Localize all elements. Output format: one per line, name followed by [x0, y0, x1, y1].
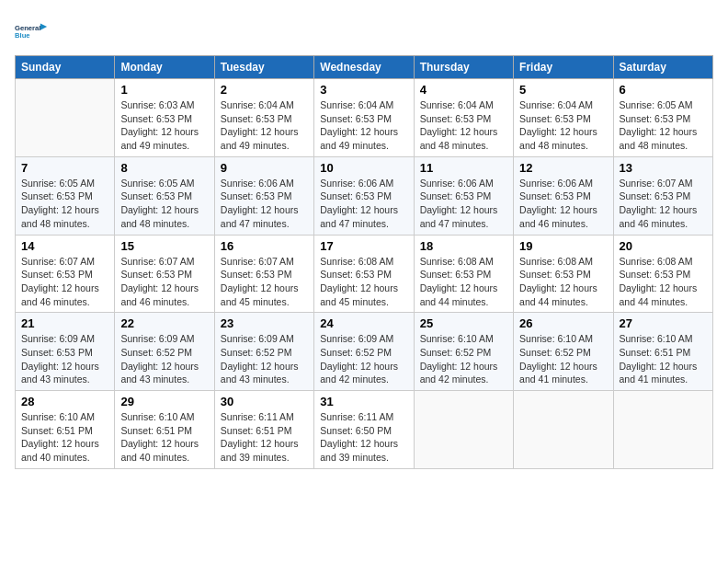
- day-number: 18: [420, 239, 507, 253]
- header-day: Wednesday: [314, 56, 414, 79]
- cell-info: Sunrise: 6:04 AM Sunset: 6:53 PM Dayligh…: [420, 98, 507, 153]
- day-number: 4: [420, 83, 507, 97]
- calendar-cell: 15Sunrise: 6:07 AM Sunset: 6:53 PM Dayli…: [115, 235, 214, 313]
- cell-info: Sunrise: 6:05 AM Sunset: 6:53 PM Dayligh…: [21, 177, 108, 231]
- day-number: 5: [519, 83, 607, 97]
- calendar-cell: [514, 391, 613, 469]
- day-number: 7: [21, 161, 108, 175]
- day-number: 20: [620, 239, 707, 253]
- header-day: Friday: [514, 56, 613, 79]
- cell-info: Sunrise: 6:10 AM Sunset: 6:51 PM Dayligh…: [620, 332, 707, 386]
- calendar-cell: 17Sunrise: 6:08 AM Sunset: 6:53 PM Dayli…: [314, 235, 414, 313]
- calendar-week-row: 21Sunrise: 6:09 AM Sunset: 6:53 PM Dayli…: [16, 313, 713, 391]
- header-day: Thursday: [414, 56, 513, 79]
- cell-info: Sunrise: 6:08 AM Sunset: 6:53 PM Dayligh…: [320, 255, 407, 309]
- header-day: Monday: [115, 56, 214, 79]
- header-day: Saturday: [613, 56, 712, 79]
- calendar-cell: 7Sunrise: 6:05 AM Sunset: 6:53 PM Daylig…: [16, 156, 115, 235]
- cell-info: Sunrise: 6:11 AM Sunset: 6:51 PM Dayligh…: [221, 410, 308, 465]
- cell-info: Sunrise: 6:07 AM Sunset: 6:53 PM Dayligh…: [120, 255, 208, 309]
- day-number: 30: [221, 395, 308, 408]
- calendar-cell: 2Sunrise: 6:04 AM Sunset: 6:53 PM Daylig…: [214, 79, 313, 157]
- calendar-cell: 3Sunrise: 6:04 AM Sunset: 6:53 PM Daylig…: [314, 79, 414, 157]
- day-number: 16: [221, 239, 308, 253]
- header-day: Sunday: [16, 56, 115, 79]
- cell-info: Sunrise: 6:08 AM Sunset: 6:53 PM Dayligh…: [620, 255, 707, 309]
- cell-info: Sunrise: 6:09 AM Sunset: 6:52 PM Dayligh…: [320, 332, 407, 386]
- day-number: 23: [221, 316, 308, 330]
- cell-info: Sunrise: 6:06 AM Sunset: 6:53 PM Dayligh…: [519, 177, 607, 231]
- day-number: 11: [420, 161, 507, 175]
- day-number: 6: [620, 83, 707, 97]
- cell-info: Sunrise: 6:03 AM Sunset: 6:53 PM Dayligh…: [120, 98, 208, 153]
- cell-info: Sunrise: 6:04 AM Sunset: 6:53 PM Dayligh…: [221, 98, 308, 153]
- cell-info: Sunrise: 6:10 AM Sunset: 6:51 PM Dayligh…: [21, 410, 108, 465]
- calendar-cell: 27Sunrise: 6:10 AM Sunset: 6:51 PM Dayli…: [613, 313, 712, 391]
- calendar-cell: 31Sunrise: 6:11 AM Sunset: 6:50 PM Dayli…: [314, 391, 414, 469]
- svg-text:Blue: Blue: [15, 31, 30, 40]
- day-number: 31: [320, 395, 407, 408]
- day-number: 1: [120, 83, 208, 97]
- day-number: 9: [221, 161, 308, 175]
- calendar-cell: 12Sunrise: 6:06 AM Sunset: 6:53 PM Dayli…: [514, 156, 613, 235]
- calendar-week-row: 1Sunrise: 6:03 AM Sunset: 6:53 PM Daylig…: [16, 79, 713, 157]
- calendar-cell: 6Sunrise: 6:05 AM Sunset: 6:53 PM Daylig…: [613, 79, 712, 157]
- day-number: 14: [21, 239, 108, 253]
- cell-info: Sunrise: 6:09 AM Sunset: 6:52 PM Dayligh…: [120, 332, 208, 386]
- cell-info: Sunrise: 6:10 AM Sunset: 6:52 PM Dayligh…: [420, 332, 507, 386]
- cell-info: Sunrise: 6:05 AM Sunset: 6:53 PM Dayligh…: [620, 98, 707, 153]
- svg-marker-2: [40, 23, 47, 29]
- day-number: 12: [519, 161, 607, 175]
- logo-icon: GeneralBlue: [15, 15, 48, 48]
- day-number: 26: [519, 316, 607, 330]
- cell-info: Sunrise: 6:06 AM Sunset: 6:53 PM Dayligh…: [320, 177, 407, 231]
- calendar-cell: 20Sunrise: 6:08 AM Sunset: 6:53 PM Dayli…: [613, 235, 712, 313]
- calendar-cell: 9Sunrise: 6:06 AM Sunset: 6:53 PM Daylig…: [214, 156, 313, 235]
- calendar-cell: 11Sunrise: 6:06 AM Sunset: 6:53 PM Dayli…: [414, 156, 513, 235]
- calendar-cell: 8Sunrise: 6:05 AM Sunset: 6:53 PM Daylig…: [115, 156, 214, 235]
- day-number: 28: [21, 395, 108, 408]
- svg-text:General: General: [15, 24, 40, 32]
- calendar-cell: 19Sunrise: 6:08 AM Sunset: 6:53 PM Dayli…: [514, 235, 613, 313]
- calendar-cell: 4Sunrise: 6:04 AM Sunset: 6:53 PM Daylig…: [414, 79, 513, 157]
- calendar-week-row: 14Sunrise: 6:07 AM Sunset: 6:53 PM Dayli…: [16, 235, 713, 313]
- cell-info: Sunrise: 6:09 AM Sunset: 6:53 PM Dayligh…: [21, 332, 108, 386]
- calendar-week-row: 28Sunrise: 6:10 AM Sunset: 6:51 PM Dayli…: [16, 391, 713, 469]
- day-number: 25: [420, 316, 507, 330]
- calendar-cell: 24Sunrise: 6:09 AM Sunset: 6:52 PM Dayli…: [314, 313, 414, 391]
- cell-info: Sunrise: 6:07 AM Sunset: 6:53 PM Dayligh…: [21, 255, 108, 309]
- calendar-cell: 22Sunrise: 6:09 AM Sunset: 6:52 PM Dayli…: [115, 313, 214, 391]
- day-number: 22: [120, 316, 208, 330]
- calendar-cell: 30Sunrise: 6:11 AM Sunset: 6:51 PM Dayli…: [214, 391, 313, 469]
- calendar-cell: 28Sunrise: 6:10 AM Sunset: 6:51 PM Dayli…: [16, 391, 115, 469]
- calendar-cell: 21Sunrise: 6:09 AM Sunset: 6:53 PM Dayli…: [16, 313, 115, 391]
- calendar-cell: 13Sunrise: 6:07 AM Sunset: 6:53 PM Dayli…: [613, 156, 712, 235]
- cell-info: Sunrise: 6:04 AM Sunset: 6:53 PM Dayligh…: [519, 98, 607, 153]
- calendar-cell: 29Sunrise: 6:10 AM Sunset: 6:51 PM Dayli…: [115, 391, 214, 469]
- day-number: 29: [120, 395, 208, 408]
- calendar-cell: 14Sunrise: 6:07 AM Sunset: 6:53 PM Dayli…: [16, 235, 115, 313]
- header: GeneralBlue: [15, 15, 713, 48]
- cell-info: Sunrise: 6:09 AM Sunset: 6:52 PM Dayligh…: [221, 332, 308, 386]
- calendar-cell: [16, 79, 115, 157]
- cell-info: Sunrise: 6:10 AM Sunset: 6:51 PM Dayligh…: [120, 410, 208, 465]
- calendar-cell: 16Sunrise: 6:07 AM Sunset: 6:53 PM Dayli…: [214, 235, 313, 313]
- cell-info: Sunrise: 6:06 AM Sunset: 6:53 PM Dayligh…: [420, 177, 507, 231]
- calendar-table: SundayMondayTuesdayWednesdayThursdayFrid…: [15, 55, 713, 469]
- calendar-cell: 25Sunrise: 6:10 AM Sunset: 6:52 PM Dayli…: [414, 313, 513, 391]
- day-number: 3: [320, 83, 407, 97]
- day-number: 15: [120, 239, 208, 253]
- cell-info: Sunrise: 6:08 AM Sunset: 6:53 PM Dayligh…: [519, 255, 607, 309]
- calendar-week-row: 7Sunrise: 6:05 AM Sunset: 6:53 PM Daylig…: [16, 156, 713, 235]
- header-day: Tuesday: [214, 56, 313, 79]
- calendar-cell: 5Sunrise: 6:04 AM Sunset: 6:53 PM Daylig…: [514, 79, 613, 157]
- calendar-cell: 23Sunrise: 6:09 AM Sunset: 6:52 PM Dayli…: [214, 313, 313, 391]
- cell-info: Sunrise: 6:07 AM Sunset: 6:53 PM Dayligh…: [620, 177, 707, 231]
- day-number: 10: [320, 161, 407, 175]
- logo: GeneralBlue: [15, 15, 48, 48]
- cell-info: Sunrise: 6:10 AM Sunset: 6:52 PM Dayligh…: [519, 332, 607, 386]
- calendar-cell: 10Sunrise: 6:06 AM Sunset: 6:53 PM Dayli…: [314, 156, 414, 235]
- calendar-cell: 26Sunrise: 6:10 AM Sunset: 6:52 PM Dayli…: [514, 313, 613, 391]
- cell-info: Sunrise: 6:08 AM Sunset: 6:53 PM Dayligh…: [420, 255, 507, 309]
- calendar-cell: 18Sunrise: 6:08 AM Sunset: 6:53 PM Dayli…: [414, 235, 513, 313]
